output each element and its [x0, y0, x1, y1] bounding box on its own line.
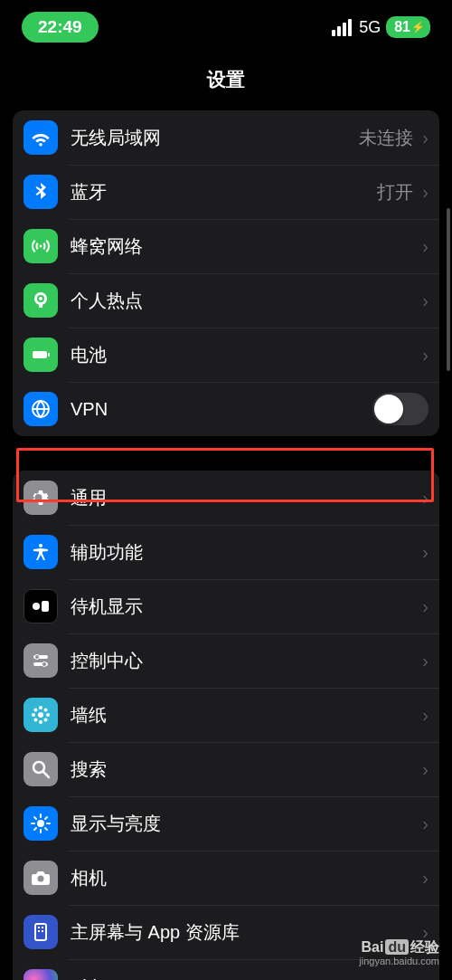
battery-indicator: 81⚡	[386, 16, 430, 38]
siri-icon	[24, 969, 58, 980]
row-camera[interactable]: 相机 ›	[13, 851, 439, 905]
battery-percent: 81	[394, 19, 410, 35]
standby-icon	[24, 589, 58, 623]
scroll-indicator[interactable]	[447, 208, 450, 371]
row-label: 个人热点	[71, 289, 419, 313]
row-value: 打开	[377, 180, 413, 205]
home-screen-icon	[24, 915, 58, 949]
row-general[interactable]: 通用 ›	[13, 471, 439, 525]
watermark-url: jingyan.baidu.com	[359, 956, 439, 967]
vpn-toggle[interactable]	[372, 393, 428, 425]
bluetooth-icon	[24, 175, 58, 209]
row-label: 辅助功能	[71, 540, 419, 565]
svg-rect-31	[35, 924, 46, 940]
control-center-icon	[24, 643, 58, 678]
svg-rect-32	[38, 927, 40, 928]
svg-line-27	[45, 828, 47, 830]
svg-rect-33	[42, 927, 43, 928]
row-value: 未连接	[359, 126, 413, 150]
wallpaper-icon	[24, 698, 58, 732]
hotspot-icon	[24, 283, 58, 318]
row-wifi[interactable]: 无线局域网 未连接 ›	[13, 110, 439, 165]
row-vpn[interactable]: VPN	[13, 382, 439, 436]
svg-rect-5	[42, 601, 49, 612]
page-header: 设置	[0, 51, 452, 110]
row-label: Siri	[71, 976, 419, 981]
row-accessibility[interactable]: 辅助功能 ›	[13, 525, 439, 579]
row-label: VPN	[71, 399, 372, 420]
signal-icon	[332, 19, 352, 36]
svg-point-18	[44, 718, 48, 722]
row-display[interactable]: 显示与亮度 ›	[13, 796, 439, 851]
vpn-icon	[24, 392, 58, 426]
row-cellular[interactable]: 蜂窝网络 ›	[13, 219, 439, 273]
status-right: 5G 81⚡	[332, 16, 430, 38]
chevron-right-icon: ›	[422, 651, 428, 671]
chevron-right-icon: ›	[422, 596, 428, 617]
row-label: 无线局域网	[71, 126, 359, 150]
row-standby[interactable]: 待机显示 ›	[13, 579, 439, 633]
row-label: 显示与亮度	[71, 812, 419, 836]
row-wallpaper[interactable]: 墙纸 ›	[13, 688, 439, 742]
chevron-right-icon: ›	[422, 488, 428, 509]
svg-point-17	[34, 718, 38, 722]
svg-point-21	[37, 820, 44, 827]
svg-point-3	[39, 544, 42, 547]
network-label: 5G	[359, 18, 381, 37]
chevron-right-icon: ›	[422, 705, 428, 726]
row-label: 通用	[71, 486, 419, 510]
svg-point-11	[39, 706, 42, 709]
svg-point-30	[38, 876, 44, 882]
accessibility-icon	[24, 535, 58, 569]
gear-icon	[24, 480, 58, 515]
row-hotspot[interactable]: 个人热点 ›	[13, 273, 439, 328]
svg-line-20	[43, 772, 49, 777]
camera-icon	[24, 861, 58, 895]
search-icon	[24, 752, 58, 786]
svg-point-13	[32, 713, 35, 717]
row-bluetooth[interactable]: 蓝牙 打开 ›	[13, 165, 439, 219]
svg-rect-0	[33, 351, 47, 358]
wifi-icon	[24, 120, 58, 155]
svg-point-15	[34, 709, 38, 712]
chevron-right-icon: ›	[422, 868, 428, 889]
toggle-knob	[374, 395, 403, 423]
svg-point-14	[46, 713, 50, 717]
row-search[interactable]: 搜索 ›	[13, 742, 439, 796]
svg-rect-1	[48, 353, 50, 357]
svg-point-4	[33, 603, 40, 610]
svg-point-12	[39, 720, 42, 724]
svg-rect-35	[42, 930, 43, 932]
settings-group-connectivity: 无线局域网 未连接 › 蓝牙 打开 › 蜂窝网络 › 个人热点 › 电池 › V…	[13, 110, 439, 436]
chevron-right-icon: ›	[422, 182, 428, 203]
svg-point-8	[35, 655, 40, 660]
row-label: 墙纸	[71, 703, 419, 728]
status-bar: 22:49 5G 81⚡	[0, 0, 452, 51]
watermark: Baidu经验 jingyan.baidu.com	[359, 938, 439, 967]
svg-line-28	[34, 828, 36, 830]
row-label: 电池	[71, 343, 419, 367]
row-battery[interactable]: 电池 ›	[13, 328, 439, 382]
chevron-right-icon: ›	[422, 813, 428, 834]
time-indicator[interactable]: 22:49	[22, 12, 99, 43]
chevron-right-icon: ›	[422, 128, 428, 148]
svg-point-10	[38, 712, 43, 718]
row-label: 蓝牙	[71, 180, 377, 205]
svg-line-26	[34, 817, 36, 819]
charging-icon: ⚡	[411, 21, 425, 33]
chevron-right-icon: ›	[422, 236, 428, 257]
row-label: 控制中心	[71, 649, 419, 673]
row-label: 搜索	[71, 757, 419, 782]
chevron-right-icon: ›	[422, 542, 428, 563]
svg-point-9	[42, 662, 47, 667]
settings-group-general: 通用 › 辅助功能 › 待机显示 › 控制中心 › 墙纸 › 搜索 › 显示与亮…	[13, 471, 439, 980]
display-brightness-icon	[24, 806, 58, 841]
watermark-brand: Baidu经验	[359, 938, 439, 956]
chevron-right-icon: ›	[422, 345, 428, 366]
row-label: 相机	[71, 866, 419, 890]
svg-rect-34	[38, 930, 40, 932]
svg-line-29	[45, 817, 47, 819]
row-label: 蜂窝网络	[71, 234, 419, 259]
row-control-center[interactable]: 控制中心 ›	[13, 633, 439, 688]
battery-icon	[24, 338, 58, 372]
